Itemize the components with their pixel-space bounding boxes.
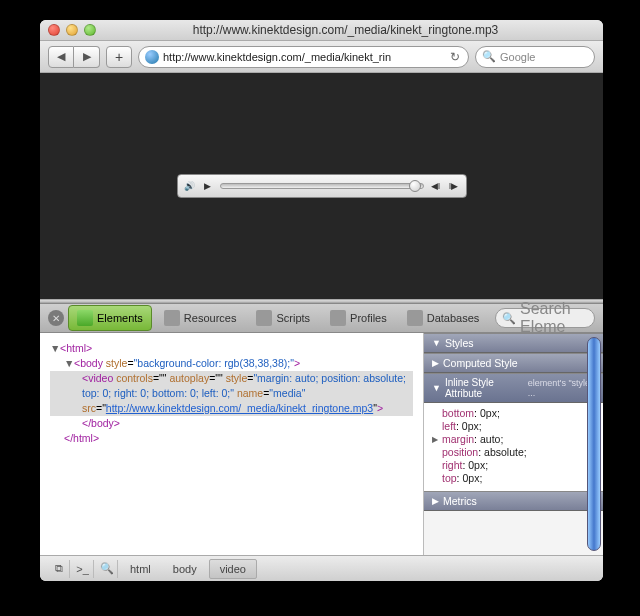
add-tab-button[interactable]: + <box>106 46 132 68</box>
styles-panel: ▼Styles ▶Computed Style ▼Inline Style At… <box>423 333 603 555</box>
close-devtools-button[interactable]: ✕ <box>48 310 64 326</box>
header-note: element's "style" ... <box>528 378 595 398</box>
tab-elements[interactable]: Elements <box>68 305 152 331</box>
url-bar[interactable]: http://www.kinektdesign.com/_media/kinek… <box>138 46 469 68</box>
header-label: Styles <box>445 337 474 349</box>
databases-icon <box>407 310 423 326</box>
forward-button[interactable]: ▶ <box>74 46 100 68</box>
breadcrumb-body[interactable]: body <box>163 560 207 578</box>
tab-label: Scripts <box>276 312 310 324</box>
devtools-footer: ⧉ >_ 🔍 html body video <box>40 555 603 581</box>
dock-button[interactable]: ⧉ <box>48 560 70 578</box>
media-player: 🔊 ▶ ◀I I▶ <box>177 174 467 198</box>
chevron-down-icon: ▼ <box>432 383 441 393</box>
style-property[interactable]: right: 0px; <box>442 459 593 472</box>
page-content: 🔊 ▶ ◀I I▶ <box>40 73 603 299</box>
seek-track[interactable] <box>220 183 424 189</box>
titlebar: http://www.kinektdesign.com/_media/kinek… <box>40 20 603 41</box>
reload-icon[interactable]: ↻ <box>448 50 462 64</box>
styles-header[interactable]: ▼Styles <box>424 333 603 353</box>
resources-icon <box>164 310 180 326</box>
style-property[interactable]: position: absolute; <box>442 446 593 459</box>
style-property[interactable]: ▶margin: auto; <box>442 433 593 446</box>
tab-profiles[interactable]: Profiles <box>322 306 395 330</box>
minimize-icon[interactable] <box>66 24 78 36</box>
search-icon: 🔍 <box>482 50 496 63</box>
breadcrumb-video[interactable]: video <box>209 559 257 579</box>
style-property[interactable]: bottom: 0px; <box>442 407 593 420</box>
play-button[interactable]: ▶ <box>200 178 216 194</box>
scripts-icon <box>256 310 272 326</box>
chevron-down-icon: ▼ <box>432 338 441 348</box>
header-label: Inline Style Attribute <box>445 377 524 399</box>
devtools-body: ▼<html> ▼<body style="background-color: … <box>40 333 603 555</box>
browser-toolbar: ◀ ▶ + http://www.kinektdesign.com/_media… <box>40 41 603 73</box>
url-text: http://www.kinektdesign.com/_media/kinek… <box>163 51 444 63</box>
style-property[interactable]: top: 0px; <box>442 472 593 485</box>
tab-label: Profiles <box>350 312 387 324</box>
computed-style-header[interactable]: ▶Computed Style <box>424 353 603 373</box>
style-properties[interactable]: bottom: 0px; left: 0px; ▶margin: auto; p… <box>424 403 603 491</box>
header-label: Metrics <box>443 495 477 507</box>
chevron-right-icon: ▶ <box>432 358 439 368</box>
step-forward-button[interactable]: I▶ <box>446 178 462 194</box>
tab-resources[interactable]: Resources <box>156 306 245 330</box>
search-placeholder: Search Eleme <box>520 300 588 336</box>
breadcrumb-html[interactable]: html <box>120 560 161 578</box>
devtools-search[interactable]: 🔍 Search Eleme <box>495 308 595 328</box>
inline-style-header[interactable]: ▼Inline Style Attributeelement's "style"… <box>424 373 603 403</box>
step-back-button[interactable]: ◀I <box>428 178 444 194</box>
back-button[interactable]: ◀ <box>48 46 74 68</box>
seek-thumb[interactable] <box>409 180 421 192</box>
tab-label: Elements <box>97 312 143 324</box>
search-bar[interactable]: 🔍 Google <box>475 46 595 68</box>
profiles-icon <box>330 310 346 326</box>
metrics-header[interactable]: ▶Metrics <box>424 491 603 511</box>
nav-buttons: ◀ ▶ <box>48 46 100 68</box>
window-title: http://www.kinektdesign.com/_media/kinek… <box>96 23 595 37</box>
header-label: Computed Style <box>443 357 518 369</box>
inspect-button[interactable]: 🔍 <box>96 560 118 578</box>
elements-icon <box>77 310 93 326</box>
dom-tree[interactable]: ▼<html> ▼<body style="background-color: … <box>40 333 423 555</box>
search-icon: 🔍 <box>502 312 516 325</box>
tab-databases[interactable]: Databases <box>399 306 488 330</box>
volume-icon[interactable]: 🔊 <box>182 178 198 194</box>
browser-window: http://www.kinektdesign.com/_media/kinek… <box>40 20 603 581</box>
close-icon[interactable] <box>48 24 60 36</box>
scrollbar[interactable] <box>587 337 601 551</box>
devtools-tabs: ✕ Elements Resources Scripts Profiles Da… <box>40 303 603 333</box>
search-placeholder: Google <box>500 51 535 63</box>
chevron-right-icon[interactable]: ▶ <box>432 433 438 446</box>
tab-label: Databases <box>427 312 480 324</box>
style-property[interactable]: left: 0px; <box>442 420 593 433</box>
console-button[interactable]: >_ <box>72 560 94 578</box>
chevron-right-icon: ▶ <box>432 496 439 506</box>
tab-scripts[interactable]: Scripts <box>248 306 318 330</box>
maximize-icon[interactable] <box>84 24 96 36</box>
tab-label: Resources <box>184 312 237 324</box>
globe-icon <box>145 50 159 64</box>
traffic-lights <box>48 24 96 36</box>
